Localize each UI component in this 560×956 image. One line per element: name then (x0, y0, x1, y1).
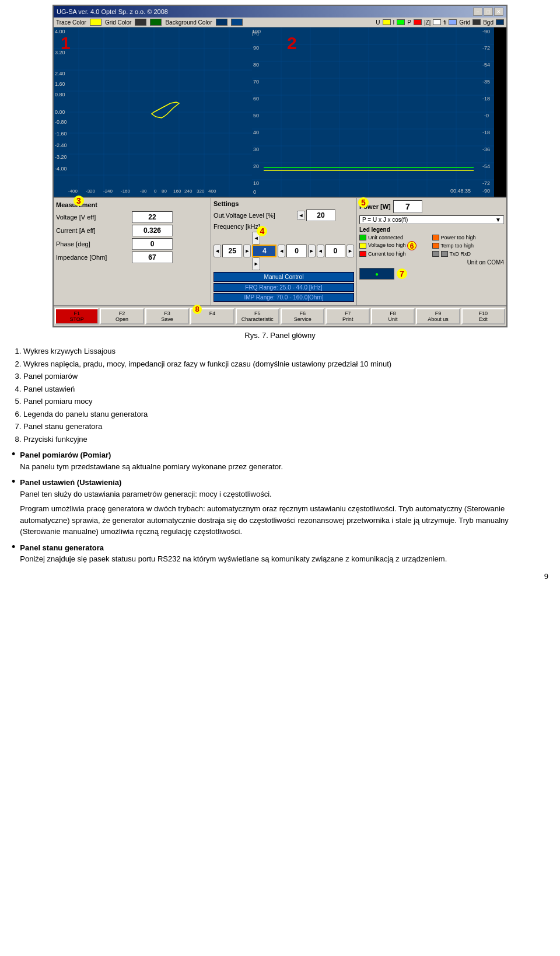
badge-6: 6 (407, 241, 416, 250)
fkey-f10-num: F10 (463, 310, 503, 316)
phase-row: Phase [deg] 0 (56, 238, 208, 250)
svg-text:40: 40 (253, 130, 259, 135)
u-color-box[interactable] (383, 19, 391, 25)
freq-up-2[interactable]: ► (252, 257, 260, 270)
svg-text:80: 80 (162, 189, 167, 194)
current-row: Current [A eff] 0.326 (56, 225, 208, 236)
legend-txd-rxd: TxD RxD (432, 251, 505, 257)
svg-text:[%]: [%] (252, 30, 259, 36)
led-unit-connected (359, 235, 366, 240)
panel-stanu-section: • Panel stanu generatora Poniżej znajduj… (12, 542, 548, 565)
led-current-high (359, 251, 366, 257)
svg-text:-72: -72 (482, 180, 490, 186)
out-voltage-value: 20 (306, 210, 335, 221)
freq-up-3[interactable]: ► (308, 245, 316, 257)
legend-voltage-high-text: Voltage too high 6 (368, 241, 416, 250)
svg-text:30: 30 (253, 146, 259, 152)
imp-range-display: IMP Range: 70.0 - 160.0[Ohm] (214, 293, 354, 302)
current-value: 0.326 (132, 225, 173, 236)
freq-value-2: 4 (252, 245, 276, 257)
out-voltage-down[interactable]: ◄ (297, 211, 305, 220)
freq-down-4[interactable]: ◄ (317, 245, 324, 257)
out-voltage-row: Out.Voltage Level [%] ◄ 20 (214, 210, 354, 221)
bgd-color-box[interactable] (496, 19, 504, 25)
svg-text:400: 400 (208, 189, 216, 194)
svg-text:-90: -90 (482, 188, 490, 194)
fkey-f3-save[interactable]: F3 Save (145, 308, 189, 325)
fkey-f3-label: Save (147, 316, 187, 322)
legend-power-high: Power too high (432, 235, 505, 240)
fkey-f7-print[interactable]: F7 Print (326, 308, 369, 325)
svg-text:0.00: 0.00 (55, 109, 65, 115)
svg-text:-0.80: -0.80 (55, 119, 67, 125)
freq-label: Frequency [kHz] (214, 223, 354, 230)
fkey-f9-about[interactable]: F9 About us (416, 308, 460, 325)
bg-color-box[interactable] (216, 19, 228, 26)
time-chart: 100 [%] 90 80 70 60 50 40 30 20 10 0 -90… (252, 27, 506, 197)
panel-pomiarow-section: • Panel pomiarów (Pomiar) Na panelu tym … (12, 449, 548, 472)
p-label: P (407, 19, 411, 26)
fkey-f2-open[interactable]: F2 Open (100, 308, 144, 325)
svg-text:-320: -320 (86, 189, 96, 194)
trace-color-box[interactable] (90, 19, 102, 26)
fkey-f10-exit[interactable]: F10 Exit (461, 308, 505, 325)
fkey-f6-num: F6 (282, 310, 323, 316)
fkey-f9-num: F9 (418, 310, 458, 316)
minimize-button[interactable]: − (473, 8, 482, 16)
panel-ustawien-content: Panel ustawień (Ustawienia) Panel ten sł… (20, 477, 548, 538)
bg-color-box2[interactable] (231, 19, 243, 26)
fkeys-row: F1 STOP F2 Open F3 Save F4 8 F5 Characte… (54, 305, 506, 326)
fkey-f1-label: STOP (57, 316, 97, 322)
panel-stanu-text: Poniżej znajduje się pasek statusu portu… (20, 554, 447, 563)
freq-down-1[interactable]: ◄ (214, 245, 221, 257)
iz-label: |Z| (424, 19, 430, 26)
p-color-box[interactable] (414, 19, 422, 25)
led-txd (432, 251, 439, 257)
i-color-box[interactable] (397, 19, 405, 25)
grid-color-box-r[interactable] (473, 19, 481, 25)
restore-button[interactable]: □ (484, 8, 493, 16)
fkey-f5-characteristic[interactable]: F5 Characteristic (236, 308, 279, 325)
grid-color-box[interactable] (135, 19, 146, 26)
manual-control-button[interactable]: Manual Control (214, 272, 354, 282)
out-voltage-label: Out.Voltage Level [%] (214, 212, 295, 219)
status-display: ● (359, 268, 394, 280)
grid-color-box2[interactable] (150, 19, 162, 26)
fi-color-box[interactable] (449, 19, 457, 25)
body-text: Wykres krzywych Lissajous Wykres napięci… (12, 346, 548, 565)
power-label-wrap: Power [W] 5 (359, 203, 391, 210)
fi-label: fi (443, 19, 446, 26)
panel-ustawien-section: • Panel ustawień (Ustawienia) Panel ten … (12, 477, 548, 538)
list-item-6: Legenda do panelu stanu generatora (23, 409, 548, 420)
unit-com-label: Unit on COM4 (359, 259, 504, 266)
figure-caption: Rys. 7. Panel główny (0, 331, 560, 340)
led-temp-high (432, 243, 439, 249)
fkey-f4[interactable]: F4 8 (190, 308, 234, 325)
page-number: 9 (544, 572, 548, 581)
svg-text:80: 80 (253, 62, 259, 68)
legend-unit-connected-text: Unit connected (368, 235, 403, 240)
close-button[interactable]: ✕ (494, 8, 503, 16)
svg-text:-4.00: -4.00 (55, 166, 67, 172)
voltage-row: Voltage [V eff] 22 (56, 211, 208, 223)
freq-down-3[interactable]: ◄ (278, 245, 285, 257)
freq-up-4[interactable]: ► (346, 245, 354, 257)
phase-label: Phase [deg] (56, 240, 132, 247)
bg-color-label: Background Color (165, 19, 212, 26)
bullet-dot-1: • (12, 448, 15, 461)
freq-up-1[interactable]: ► (243, 245, 251, 257)
iz-color-box[interactable] (433, 19, 441, 25)
legend-voltage-high: Voltage too high 6 (359, 241, 432, 250)
svg-text:60: 60 (253, 96, 259, 102)
svg-text:0: 0 (253, 189, 256, 195)
settings-panel: Settings Out.Voltage Level [%] ◄ 20 Freq… (211, 198, 357, 305)
impedance-label: Impedance [Ohm] (56, 254, 132, 261)
fkey-f1-stop[interactable]: F1 STOP (55, 308, 99, 325)
frq-range-display: FRQ Range: 25.0 - 44.0 [kHz] (214, 283, 354, 292)
svg-text:-36: -36 (482, 146, 490, 152)
badge-4: 4 (257, 226, 267, 236)
legend-current-high: Current too high (359, 251, 432, 257)
fkey-f8-unit[interactable]: F8 Unit (371, 308, 415, 325)
led-legend-title: Led legend (359, 226, 504, 233)
fkey-f6-service[interactable]: F6 Service (281, 308, 324, 325)
